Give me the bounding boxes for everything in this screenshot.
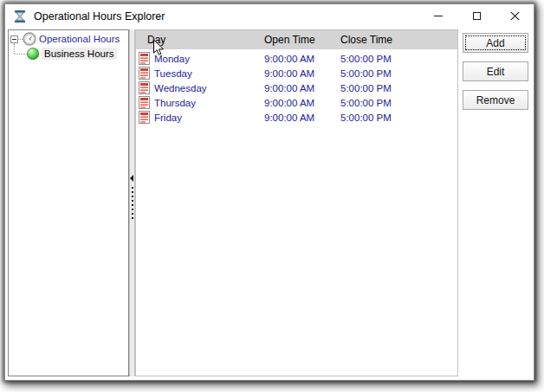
table-row[interactable]: Tuesday 9:00:00 AM 5:00:00 PM: [136, 66, 458, 80]
screenshot-stage: Operational Hours Explorer: [0, 0, 544, 392]
tree-expander-minus[interactable]: [10, 35, 18, 43]
close-time-cell: 5:00:00 PM: [337, 54, 458, 64]
minimize-button[interactable]: [419, 4, 457, 28]
day-cell: Tuesday: [154, 68, 192, 79]
open-time-cell: 9:00:00 AM: [261, 68, 337, 79]
add-button[interactable]: Add: [463, 33, 528, 53]
maximize-icon: [473, 12, 481, 20]
tree-item-operational-hours[interactable]: Operational Hours: [39, 34, 120, 44]
splitter-bar[interactable]: [129, 29, 135, 376]
timetable-icon: [139, 111, 150, 124]
table-row[interactable]: Friday 9:00:00 AM 5:00:00 PM: [136, 110, 458, 125]
clock-icon: [23, 32, 36, 46]
list-rows: Monday 9:00:00 AM 5:00:00 PM: [136, 49, 457, 125]
column-header-close-time[interactable]: Close Time: [337, 34, 458, 46]
minimize-icon: [434, 16, 443, 16]
green-sphere-icon: [27, 48, 39, 60]
open-time-cell: 9:00:00 AM: [261, 112, 337, 123]
close-time-cell: 5:00:00 PM: [337, 83, 458, 93]
remove-button[interactable]: Remove: [463, 90, 528, 110]
operational-hours-explorer-window: Operational Hours Explorer: [4, 3, 534, 381]
open-time-cell: 9:00:00 AM: [261, 98, 337, 108]
splitter-grip[interactable]: [132, 187, 133, 222]
action-button-column: Add Edit Remove: [458, 29, 531, 376]
table-row[interactable]: Monday 9:00:00 AM 5:00:00 PM: [136, 51, 458, 66]
tree-connector: [14, 54, 27, 55]
column-header-day[interactable]: Day: [136, 34, 261, 46]
day-cell: Thursday: [154, 98, 196, 108]
tree-item-business-hours[interactable]: Business Hours: [42, 48, 117, 60]
day-cell: Friday: [154, 112, 182, 123]
day-cell: Wednesday: [154, 83, 207, 93]
timetable-icon: [139, 52, 150, 65]
list-header: Day Open Time Close Time: [136, 30, 458, 49]
close-icon: [510, 11, 520, 21]
open-time-cell: 9:00:00 AM: [261, 54, 337, 64]
day-cell: Monday: [154, 54, 190, 64]
titlebar[interactable]: Operational Hours Explorer: [5, 4, 534, 28]
open-time-cell: 9:00:00 AM: [261, 83, 337, 93]
hourglass-icon: [13, 10, 27, 23]
timetable-icon: [139, 67, 150, 80]
splitter-collapse-icon[interactable]: [130, 175, 133, 182]
edit-button[interactable]: Edit: [463, 61, 528, 81]
table-row[interactable]: Wednesday 9:00:00 AM 5:00:00 PM: [136, 80, 458, 95]
close-time-cell: 5:00:00 PM: [337, 68, 458, 79]
table-row[interactable]: Thursday 9:00:00 AM 5:00:00 PM: [136, 95, 458, 110]
tree-panel[interactable]: Operational Hours Business Hours: [8, 29, 129, 376]
window-controls: [419, 4, 534, 28]
tree-connector: [14, 43, 15, 54]
timetable-icon: [139, 96, 150, 109]
window-title: Operational Hours Explorer: [34, 10, 165, 22]
column-header-open-time[interactable]: Open Time: [261, 34, 337, 46]
timetable-icon: [139, 81, 150, 94]
maximize-button[interactable]: [457, 4, 495, 28]
hours-list[interactable]: Day Open Time Close Time: [135, 29, 458, 376]
close-time-cell: 5:00:00 PM: [337, 112, 458, 123]
close-time-cell: 5:00:00 PM: [337, 98, 458, 108]
content-area: Operational Hours Business Hours Day Ope…: [5, 28, 534, 380]
close-button[interactable]: [495, 4, 534, 28]
